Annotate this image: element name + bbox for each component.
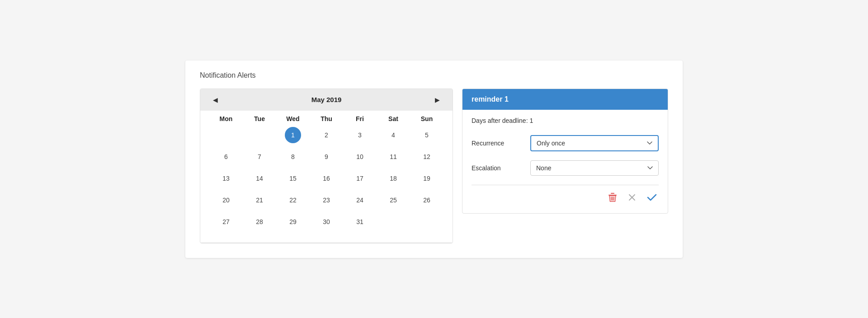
calendar-day-21[interactable]: 21	[243, 190, 276, 210]
calendar-day-empty	[243, 125, 276, 145]
calendar-day-5[interactable]: 5	[410, 125, 443, 145]
calendar-day-30[interactable]: 30	[310, 212, 343, 232]
calendar-grid: Mon Tue Wed Thu Fri Sat Sun 1 2 3 4 5	[200, 111, 453, 239]
page-container: Notification Alerts ◀ May 2019 ▶ Mon Tue…	[185, 61, 683, 258]
escalation-row: Escalation None Level 1 Level 2 Level 3	[472, 160, 659, 176]
calendar-day-29[interactable]: 29	[276, 212, 310, 232]
weekday-mon: Mon	[209, 115, 243, 122]
weekday-sun: Sun	[410, 115, 443, 122]
calendar-day-22[interactable]: 22	[276, 190, 310, 210]
weekday-tue: Tue	[243, 115, 276, 122]
calendar-day-26[interactable]: 26	[410, 190, 443, 210]
calendar-day-19[interactable]: 19	[410, 168, 443, 188]
recurrence-label: Recurrence	[472, 140, 521, 147]
svg-line-2	[611, 197, 612, 200]
calendar-day-6[interactable]: 6	[209, 147, 243, 167]
weekday-sat: Sat	[377, 115, 410, 122]
escalation-select[interactable]: None Level 1 Level 2 Level 3	[530, 160, 659, 176]
calendar-day-7[interactable]: 7	[243, 147, 276, 167]
calendar-day-1[interactable]: 1	[285, 127, 301, 143]
page-title: Notification Alerts	[200, 71, 668, 80]
calendar-day-31[interactable]: 31	[343, 212, 377, 232]
calendar-day-27[interactable]: 27	[209, 212, 243, 232]
calendar-day-3[interactable]: 3	[343, 125, 377, 145]
calendar-day-15[interactable]: 15	[276, 168, 310, 188]
reminder-body: Days after deadline: 1 Recurrence Only o…	[462, 110, 668, 213]
cancel-button[interactable]	[626, 192, 638, 203]
calendar-weekdays: Mon Tue Wed Thu Fri Sat Sun	[209, 111, 443, 125]
weekday-thu: Thu	[310, 115, 343, 122]
svg-line-4	[614, 197, 614, 200]
weekday-wed: Wed	[276, 115, 310, 122]
weekday-fri: Fri	[343, 115, 377, 122]
calendar-day-25[interactable]: 25	[377, 190, 410, 210]
calendar-day-empty	[377, 212, 410, 232]
calendar-day-28[interactable]: 28	[243, 212, 276, 232]
calendar-day-24[interactable]: 24	[343, 190, 377, 210]
reminder-header: reminder 1	[462, 89, 668, 110]
calendar-day-10[interactable]: 10	[343, 147, 377, 167]
calendar-day-17[interactable]: 17	[343, 168, 377, 188]
reminder-actions	[472, 191, 659, 204]
svg-rect-1	[611, 193, 614, 194]
recurrence-row: Recurrence Only once Daily Weekly Monthl…	[472, 135, 659, 151]
calendar-divider	[200, 243, 453, 243]
calendar-day-8[interactable]: 8	[276, 147, 310, 167]
calendar-prev-button[interactable]: ◀	[209, 94, 222, 105]
calendar-day-16[interactable]: 16	[310, 168, 343, 188]
calendar-month-label: May 2019	[311, 96, 342, 103]
calendar-day-empty	[410, 212, 443, 232]
reminder-divider	[472, 185, 659, 185]
calendar-day-13[interactable]: 13	[209, 168, 243, 188]
calendar-day-14[interactable]: 14	[243, 168, 276, 188]
delete-button[interactable]	[606, 191, 619, 204]
calendar-day-2[interactable]: 2	[310, 125, 343, 145]
x-icon	[628, 193, 636, 201]
calendar-header: ◀ May 2019 ▶	[200, 89, 453, 111]
calendar-day-18[interactable]: 18	[377, 168, 410, 188]
calendar-days: 1 2 3 4 5 6 7 8 9 10 11 12 13 14 15	[209, 125, 443, 232]
recurrence-select[interactable]: Only once Daily Weekly Monthly	[530, 135, 659, 151]
calendar-next-button[interactable]: ▶	[431, 94, 443, 105]
reminder-deadline: Days after deadline: 1	[472, 117, 659, 124]
reminder-section: reminder 1 Days after deadline: 1 Recurr…	[462, 89, 668, 214]
calendar-day-empty	[209, 125, 243, 145]
checkmark-icon	[647, 193, 657, 201]
calendar-day-9[interactable]: 9	[310, 147, 343, 167]
escalation-label: Escalation	[472, 164, 521, 172]
calendar-day-12[interactable]: 12	[410, 147, 443, 167]
reminder-fields: Recurrence Only once Daily Weekly Monthl…	[472, 135, 659, 176]
calendar-day-20[interactable]: 20	[209, 190, 243, 210]
main-layout: ◀ May 2019 ▶ Mon Tue Wed Thu Fri Sat Sun	[200, 89, 668, 243]
confirm-button[interactable]	[645, 192, 659, 203]
trash-icon	[608, 192, 617, 202]
calendar-section: ◀ May 2019 ▶ Mon Tue Wed Thu Fri Sat Sun	[200, 89, 453, 243]
calendar-day-11[interactable]: 11	[377, 147, 410, 167]
calendar-day-23[interactable]: 23	[310, 190, 343, 210]
calendar-day-4[interactable]: 4	[377, 125, 410, 145]
